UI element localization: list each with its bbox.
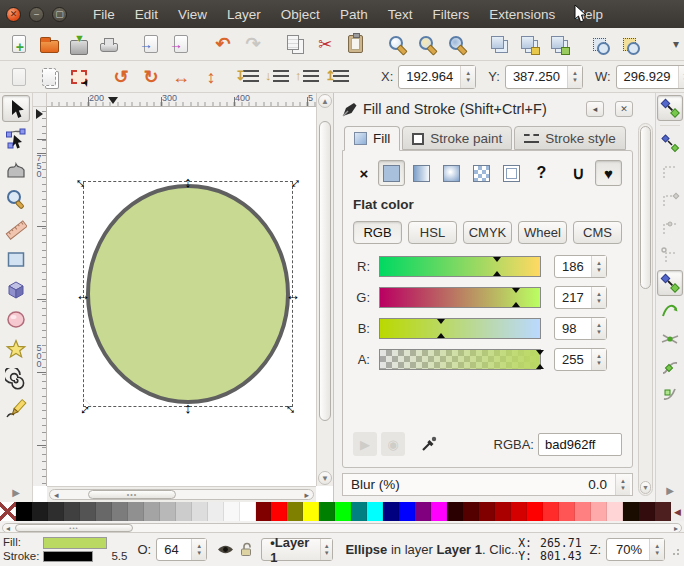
palette-swatch[interactable]	[463, 502, 479, 521]
import-icon[interactable]: →	[137, 31, 165, 58]
alpha-value-field[interactable]: 255	[554, 348, 607, 371]
palette-swatch[interactable]	[112, 502, 128, 521]
measure-tool[interactable]	[2, 215, 30, 242]
palette-swatch[interactable]	[32, 502, 48, 521]
palette-swatch[interactable]	[367, 502, 383, 521]
scroll-up-icon[interactable]: ▲	[318, 94, 332, 108]
alpha-spinner[interactable]	[591, 349, 606, 370]
undo-icon[interactable]: ↶	[209, 31, 237, 58]
menu-layer[interactable]: Layer	[217, 0, 271, 28]
blue-value-field[interactable]: 98	[554, 317, 607, 340]
blue-slider[interactable]	[379, 318, 541, 339]
fill-color-swatch[interactable]	[43, 537, 107, 549]
lower-to-bottom-icon[interactable]	[239, 63, 267, 90]
green-value-field[interactable]: 217	[554, 286, 607, 309]
mode-rgb-button[interactable]: RGB	[353, 221, 402, 244]
palette-swatch[interactable]	[128, 502, 144, 521]
rgba-input[interactable]: bad962ff	[538, 433, 622, 456]
rotate-cw-icon[interactable]: ↻	[137, 63, 165, 90]
select-all-layers-icon[interactable]	[35, 63, 63, 90]
maximize-window-icon[interactable]: ▢	[52, 7, 67, 22]
toolbox-expander-icon[interactable]: ▶	[12, 487, 20, 498]
horizontal-ruler[interactable]: 200 300 400 5	[47, 93, 316, 107]
save-document-icon[interactable]	[65, 31, 93, 58]
palette-swatch[interactable]	[431, 502, 447, 521]
dialog-close-icon[interactable]: ✕	[615, 101, 633, 117]
node-editor-tool[interactable]	[2, 125, 30, 152]
unknown-paint-icon[interactable]: ?	[528, 160, 555, 186]
palette-swatch[interactable]	[80, 502, 96, 521]
palette-swatch[interactable]	[527, 502, 543, 521]
blur-spinner[interactable]	[615, 474, 630, 495]
redo-icon[interactable]: ↷	[239, 31, 267, 58]
stroke-color-swatch[interactable]	[43, 551, 93, 562]
palette-swatch[interactable]	[96, 502, 112, 521]
drawing-canvas[interactable]	[47, 107, 316, 486]
palette-swatch[interactable]	[256, 502, 272, 521]
mode-cmyk-button[interactable]: CMYK	[463, 221, 512, 244]
palette-swatch[interactable]	[639, 502, 655, 521]
tab-stroke-style[interactable]: Stroke style	[514, 126, 626, 150]
palette-swatch[interactable]	[607, 502, 623, 521]
menu-extensions[interactable]: Extensions	[479, 0, 565, 28]
x-field[interactable]: 192.964	[398, 65, 476, 89]
w-spinner[interactable]	[678, 66, 684, 88]
zoom-drawing-icon[interactable]	[413, 31, 441, 58]
menu-edit[interactable]: Edit	[125, 0, 168, 28]
layer-visibility-icon[interactable]	[217, 543, 234, 556]
snap-smooth-nodes-icon[interactable]	[657, 354, 683, 380]
3dbox-tool[interactable]	[2, 275, 30, 302]
copy-icon[interactable]	[281, 31, 309, 58]
snap-bbox-edges-icon[interactable]	[657, 158, 683, 184]
palette-swatch[interactable]	[208, 502, 224, 521]
unlink-clone-icon[interactable]	[545, 31, 573, 58]
zoom-tool[interactable]	[2, 185, 30, 212]
scale-handle-e[interactable]	[286, 287, 300, 301]
green-slider[interactable]	[379, 287, 541, 308]
layer-lock-icon[interactable]	[240, 542, 253, 557]
palette-swatch[interactable]	[383, 502, 399, 521]
fill-rule-evenodd-icon[interactable]: ∪	[565, 160, 592, 186]
window-resize-grip[interactable]	[671, 543, 681, 556]
scale-handle-s[interactable]	[181, 400, 195, 414]
tab-fill[interactable]: Fill	[344, 126, 400, 151]
y-field[interactable]: 387.250	[505, 65, 583, 89]
palette-swatch[interactable]	[351, 502, 367, 521]
snap-bbox-centers-icon[interactable]	[657, 242, 683, 268]
star-tool[interactable]	[2, 335, 30, 362]
layer-selector[interactable]: •Layer 1	[261, 538, 333, 561]
toolbar-overflow-icon[interactable]: ▾	[659, 31, 684, 58]
palette-swatch[interactable]	[16, 502, 32, 521]
red-spinner[interactable]	[591, 256, 606, 277]
x-spinner[interactable]	[460, 66, 475, 88]
palette-scrollbar-thumb[interactable]: •••	[15, 524, 133, 532]
w-field[interactable]: 296.929	[616, 65, 684, 89]
menu-view[interactable]: View	[168, 0, 217, 28]
palette-swatch[interactable]	[192, 502, 208, 521]
eyedropper-icon[interactable]	[415, 431, 441, 457]
tweak-tool[interactable]	[2, 155, 30, 182]
lower-one-step-icon[interactable]	[269, 63, 297, 90]
snap-bbox-corners-icon[interactable]	[657, 186, 683, 212]
no-paint-icon[interactable]: ×	[353, 161, 375, 185]
selector-tool[interactable]	[2, 95, 30, 122]
create-clone-icon[interactable]	[515, 31, 543, 58]
palette-swatch[interactable]	[176, 502, 192, 521]
palette-swatch[interactable]	[591, 502, 607, 521]
blur-value[interactable]: 0.0	[588, 477, 615, 492]
palette-scroll-right-arrow-icon[interactable]: ▸	[674, 524, 678, 532]
linear-gradient-icon[interactable]	[408, 160, 435, 186]
radial-gradient-icon[interactable]	[438, 160, 465, 186]
palette-swatch[interactable]	[623, 502, 639, 521]
fill-rule-nonzero-icon[interactable]: ♥	[595, 160, 622, 186]
palette-swatch[interactable]	[48, 502, 64, 521]
palette-swatch[interactable]	[271, 502, 287, 521]
tab-stroke-paint[interactable]: Stroke paint	[402, 126, 512, 150]
palette-swatch[interactable]	[655, 502, 671, 521]
palette-swatch[interactable]	[575, 502, 591, 521]
open-document-icon[interactable]	[35, 31, 63, 58]
snap-nodes-icon[interactable]	[657, 270, 683, 296]
zoom-spinner[interactable]	[649, 539, 664, 560]
snap-midpoints-icon[interactable]	[657, 382, 683, 408]
menu-text[interactable]: Text	[378, 0, 423, 28]
